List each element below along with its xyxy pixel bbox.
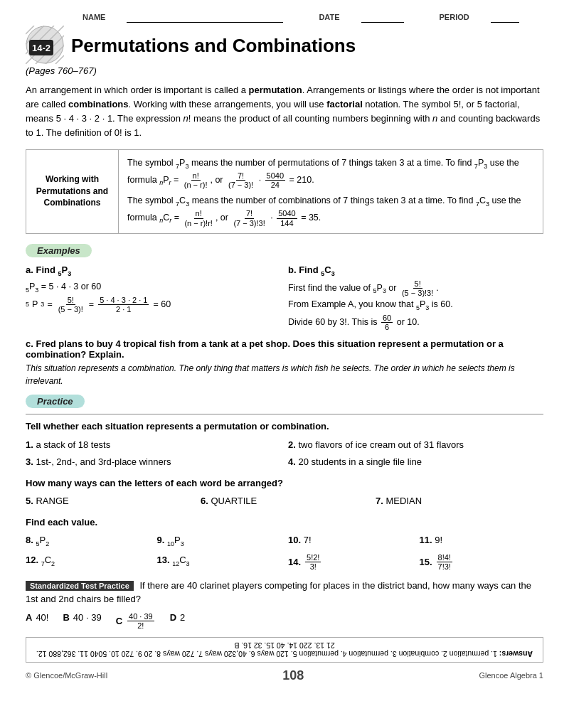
example-b-line2: From Example A, you know that 5P3 is 60.: [288, 297, 543, 314]
examples-ab-grid: a. Find 5P3 5P3 = 5 · 4 · 3 or 60 5P3 = …: [26, 264, 543, 332]
q1: 1. a stack of 18 tests: [26, 438, 281, 453]
example-c-block: c. Fred plans to buy 4 tropical fish fro…: [26, 338, 543, 387]
footer-center: 108: [282, 668, 304, 683]
std-answer-c-frac: 40 · 39 2!: [127, 612, 154, 630]
answers-text: 1. permutation 2. combination 3. permuta…: [36, 641, 497, 658]
practice-section1-title: Tell whether each situation represents a…: [26, 420, 543, 433]
perm-result-frac: 5040 24: [265, 171, 285, 189]
practice-label: Practice: [26, 395, 85, 408]
example-c-body: This situation represents a combination.…: [26, 362, 543, 387]
q3: 3. 1st-, 2nd-, and 3rd-place winners: [26, 455, 281, 470]
practice-section3-grid: 8. 5P2 9. 10P3 10. 7! 11. 9! 12. 7C2 13.…: [26, 533, 543, 571]
example-b-frac: 5! (5 − 3)!3!: [400, 279, 435, 297]
comb-formula-frac: n! (n − r)!r!: [183, 209, 213, 227]
q7: 7. MEDIAN: [376, 494, 543, 509]
comb-example-frac: 7! (7 − 3)!3!: [232, 209, 266, 227]
svg-text:14-2: 14-2: [32, 43, 50, 53]
period-label: PERIOD: [440, 13, 469, 23]
example-a-body: 5P3 = 5 · 4 · 3 or 60 5P3 = 5! (5 − 3)! …: [26, 279, 281, 314]
name-label: NAME: [83, 13, 105, 23]
answers-box: Answers: 1. permutation 2. combination 3…: [26, 637, 543, 663]
std-answer-c[interactable]: C 40 · 39 2!: [116, 612, 156, 630]
practice-section2-title: How many ways can the letters of each wo…: [26, 477, 543, 490]
q10: 10. 7!: [288, 533, 413, 549]
date-label: DATE: [319, 13, 339, 23]
q15: 15. 8!4! 7!3!: [420, 553, 544, 571]
q14: 14. 5!2! 3!: [288, 553, 413, 571]
q11: 11. 9!: [420, 533, 544, 549]
practice-section3-title: Find each value.: [26, 516, 543, 529]
footer-right: Glencoe Algebra 1: [479, 671, 543, 680]
example-b-body: First find the value of 5P3 or 5! (5 − 3…: [288, 279, 543, 331]
practice-section2-grid: 5. RANGE 6. QUARTILE 7. MEDIAN: [26, 494, 543, 509]
infobox-comb-text: The symbol 7C3 means the number of combi…: [127, 193, 534, 228]
corner-logo: 14-2: [26, 26, 64, 64]
footer-row: © Glencoe/McGraw-Hill 108 Glencoe Algebr…: [26, 668, 543, 683]
name-date-period-row: NAME DATE PERIOD: [26, 13, 543, 23]
answers-label: Answers:: [497, 650, 533, 658]
q6: 6. QUARTILE: [201, 494, 368, 509]
perm-example-frac: 7! (7 − 3)!: [227, 171, 255, 189]
example-b-line1: First find the value of 5P3 or 5! (5 − 3…: [288, 279, 543, 297]
example-b-line3: Divide 60 by 3!. This is 60 6 or 10.: [288, 314, 543, 331]
q8: 8. 5P2: [26, 533, 150, 549]
intro-text: An arrangement in which order is importa…: [26, 83, 543, 141]
footer-left: © Glencoe/McGraw-Hill: [26, 671, 107, 680]
std-answer-d[interactable]: D 2: [170, 612, 186, 623]
q12: 12. 7C2: [26, 553, 150, 571]
example-b-col: b. Find 5C3 First find the value of 5P3 …: [288, 264, 543, 332]
info-box: Working with Permutations and Combinatio…: [26, 149, 543, 234]
example-a-frac: 5! (5 − 3)!: [57, 296, 85, 314]
practice-divider: [26, 414, 543, 414]
q2: 2. two flavors of ice cream out of 31 fl…: [288, 438, 543, 453]
lesson-title-row: 14-2 Permutations and Combinations: [26, 26, 543, 64]
perm-formula-frac: n! (n − r)!: [183, 171, 209, 189]
example-b-title: b. Find 5C3: [288, 264, 543, 277]
infobox-perm-text: The symbol 7P3 means the number of permu…: [127, 156, 534, 190]
comb-result-frac: 5040 144: [277, 209, 297, 227]
pages-subtitle: (Pages 760–767): [26, 65, 543, 76]
q14-frac: 5!2! 3!: [305, 553, 321, 571]
std-answer-a[interactable]: A 40!: [26, 612, 48, 623]
name-field[interactable]: [127, 13, 283, 23]
q9: 9. 10P3: [157, 533, 282, 549]
example-a-line1: 5P3 = 5 · 4 · 3 or 60: [26, 279, 281, 296]
lesson-title: Permutations and Combinations: [71, 34, 356, 56]
std-answer-b[interactable]: B 40 · 39: [63, 612, 101, 623]
q15-frac: 8!4! 7!3!: [437, 553, 452, 571]
examples-label: Examples: [26, 244, 92, 257]
example-a-title: a. Find 5P3: [26, 264, 281, 277]
practice-section1-grid: 1. a stack of 18 tests 2. two flavors of…: [26, 438, 543, 471]
std-answers: A 40! B 40 · 39 C 40 · 39 2! D 2: [26, 612, 543, 630]
q13: 13. 12C3: [157, 553, 282, 571]
info-box-right: The symbol 7P3 means the number of permu…: [119, 150, 543, 233]
standardized-test-block: Standardized Test Practice If there are …: [26, 579, 543, 630]
example-c-title: c. Fred plans to buy 4 tropical fish fro…: [26, 338, 543, 360]
std-question: Standardized Test Practice If there are …: [26, 579, 543, 606]
period-field[interactable]: [491, 13, 519, 23]
std-label: Standardized Test Practice: [26, 581, 134, 591]
date-field[interactable]: [361, 13, 404, 23]
example-a-line2: 5P3 = 5! (5 − 3)! = 5 · 4 · 3 · 2 · 1 2 …: [26, 296, 281, 314]
example-b-frac2: 60 6: [381, 314, 393, 331]
example-a-frac2: 5 · 4 · 3 · 2 · 1 2 · 1: [98, 296, 149, 314]
example-a-col: a. Find 5P3 5P3 = 5 · 4 · 3 or 60 5P3 = …: [26, 264, 288, 332]
info-box-left-label: Working with Permutations and Combinatio…: [26, 150, 119, 233]
page: NAME DATE PERIOD 14-2 Permutations and C…: [0, 0, 569, 728]
q5: 5. RANGE: [26, 494, 193, 509]
q4: 4. 20 students in a single file line: [288, 455, 543, 470]
